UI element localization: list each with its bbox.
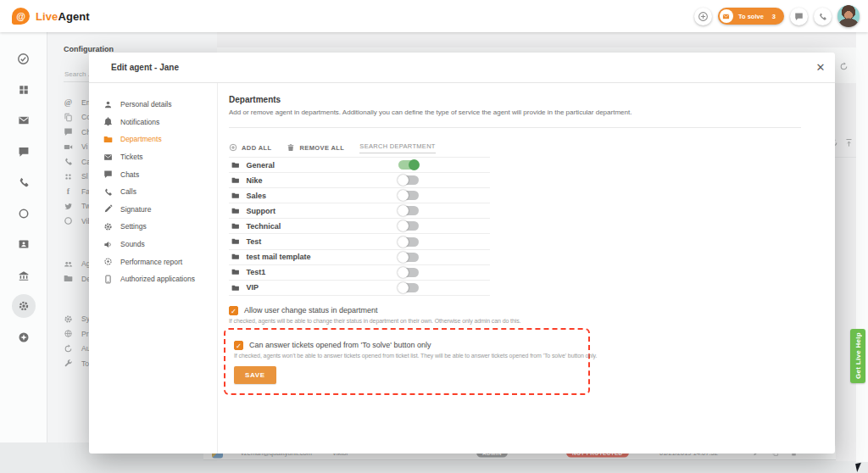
refresh-icon (64, 344, 73, 353)
department-row-test1: Test1 (229, 265, 490, 281)
to-solve-count: 3 (772, 13, 776, 20)
gauge-icon (103, 257, 113, 266)
close-icon[interactable]: ✕ (813, 60, 828, 75)
rail-company-button[interactable] (12, 264, 36, 287)
contacts-card-icon (18, 238, 30, 250)
gear-icon (103, 222, 113, 231)
topbar-actions: To solve 3 (694, 5, 860, 27)
toggle-knob (398, 267, 409, 278)
save-button[interactable]: SAVE (234, 366, 276, 384)
get-live-help-tab[interactable]: Get Live Help (850, 329, 865, 383)
to-solve-only-label: Can answer tickets opened from 'To solve… (249, 341, 431, 349)
modal-nav-personal-details[interactable]: Personal details (89, 96, 217, 114)
phone-icon (64, 157, 73, 166)
toggle-knob (409, 159, 420, 170)
rail-dashboard-button[interactable] (12, 78, 36, 102)
modal-nav-performance-report[interactable]: Performance report (89, 253, 217, 270)
department-row-general: General (229, 158, 490, 173)
modal-title: Edit agent - Jane (111, 63, 179, 72)
dashboard-grid-icon (18, 84, 30, 96)
department-toggle[interactable] (398, 206, 419, 215)
import-button[interactable] (844, 138, 854, 147)
widget-icon (64, 113, 73, 122)
department-row-test: Test (229, 234, 490, 249)
department-toggle[interactable] (398, 253, 419, 262)
right-gutter (856, 32, 868, 462)
modal-nav-settings[interactable]: Settings (89, 218, 217, 236)
modal-nav-sounds[interactable]: Sounds (89, 236, 217, 253)
section-description: Add or remove agent in departments. Addi… (229, 109, 801, 116)
rail-calls-button[interactable] (12, 170, 36, 194)
to-solve-only-checkbox[interactable] (234, 341, 243, 350)
folder-icon (231, 176, 240, 185)
highlight-annotation: Can answer tickets opened from 'To solve… (224, 328, 590, 395)
left-icon-rail (0, 32, 47, 442)
rail-addons-button[interactable] (12, 326, 36, 349)
toggle-knob (398, 220, 409, 231)
modal-header: Edit agent - Jane ✕ (89, 53, 835, 83)
mail-icon (18, 114, 30, 126)
modal-nav-tickets[interactable]: Tickets (89, 148, 217, 166)
to-solve-button[interactable]: To solve 3 (718, 8, 784, 25)
person-icon (103, 100, 113, 109)
to-solve-only-checkbox-row: Can answer tickets opened from 'To solve… (234, 341, 580, 350)
pen-icon (103, 204, 113, 214)
at-icon: @ (64, 97, 73, 107)
rail-settings-button[interactable] (12, 294, 36, 318)
modal-nav-chats[interactable]: Chats (89, 165, 217, 183)
mouse-cursor (855, 462, 866, 472)
refresh-button[interactable] (839, 62, 849, 71)
folder-icon (231, 161, 240, 170)
department-toggle[interactable] (398, 160, 419, 170)
envelope-icon (720, 9, 733, 23)
facebook-icon: f (64, 186, 73, 196)
modal-nav-departments[interactable]: Departments (89, 131, 217, 148)
department-row-sales: Sales (229, 188, 490, 203)
allow-status-checkbox[interactable] (229, 306, 238, 315)
departments-folder-icon (64, 274, 73, 283)
folder-icon (103, 135, 113, 144)
company-bank-icon (18, 270, 30, 281)
chats-icon (18, 146, 30, 158)
tasks-check-icon (17, 53, 30, 65)
plus-circle-icon (698, 11, 709, 22)
video-icon (64, 142, 73, 152)
department-toggle[interactable] (398, 237, 419, 247)
settings-gear-icon (18, 300, 30, 312)
user-avatar[interactable] (837, 5, 860, 27)
department-toggle[interactable] (398, 221, 419, 231)
chats-button[interactable] (790, 8, 808, 25)
rail-tasks-button[interactable] (12, 47, 36, 70)
department-toggle[interactable] (398, 191, 419, 200)
rail-tickets-button[interactable] (12, 109, 36, 132)
department-toggle[interactable] (398, 268, 419, 277)
add-all-button[interactable]: ADD ALL (229, 143, 271, 152)
remove-all-button[interactable]: REMOVE ALL (287, 143, 344, 152)
search-department-input[interactable] (359, 142, 436, 153)
toggle-knob (398, 236, 409, 248)
mobile-icon (103, 275, 113, 284)
edit-agent-modal: Edit agent - Jane ✕ Personal details Not… (89, 53, 835, 454)
liveagent-logo[interactable]: @ LiveAgent (12, 8, 90, 25)
toggle-knob (398, 205, 409, 216)
rail-time-button[interactable] (12, 202, 36, 225)
add-new-button[interactable] (694, 8, 712, 25)
modal-nav-authorized-applications[interactable]: Authorized applications (89, 270, 217, 288)
get-live-help-label: Get Live Help (854, 332, 862, 379)
departments-list: General Nike Sales Support Technical Tes… (229, 157, 490, 296)
toggle-knob (398, 252, 409, 263)
calls-button[interactable] (814, 8, 832, 25)
speaker-icon (103, 240, 113, 249)
department-row-vip: VIP (229, 281, 490, 296)
modal-nav-signature[interactable]: Signature (89, 201, 217, 219)
modal-nav-calls[interactable]: Calls (89, 183, 217, 201)
rail-chats-button[interactable] (12, 140, 36, 164)
section-heading: Departments (229, 95, 801, 104)
department-toggle[interactable] (398, 175, 419, 185)
department-toggle[interactable] (398, 283, 419, 292)
addons-star-icon (18, 331, 30, 343)
rail-contacts-button[interactable] (12, 232, 36, 256)
modal-nav-notifications[interactable]: Notifications (89, 114, 217, 131)
section-divider (229, 127, 801, 128)
departments-toolbar: ADD ALL REMOVE ALL (229, 138, 801, 157)
